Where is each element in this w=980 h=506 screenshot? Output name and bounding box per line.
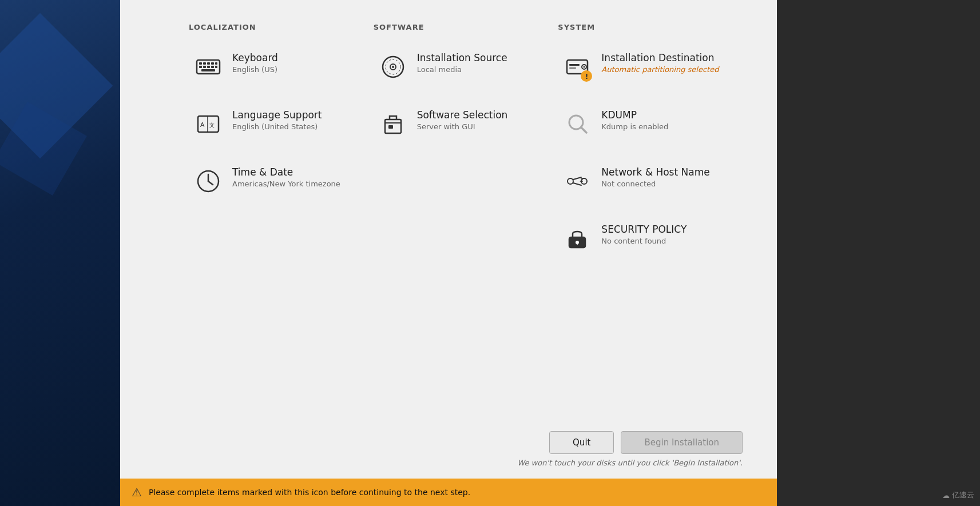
watermark-icon: ☁: [942, 491, 950, 500]
installation-source-text: Installation Source Local media: [417, 52, 507, 74]
warning-overlay: !: [581, 70, 592, 82]
svg-rect-11: [201, 69, 215, 71]
security-policy-item[interactable]: SECURITY POLICY No content found: [558, 219, 743, 258]
language-support-subtitle: English (United States): [232, 122, 322, 131]
installation-source-subtitle: Local media: [417, 65, 507, 74]
installation-source-item[interactable]: Installation Source Local media: [374, 47, 558, 86]
software-selection-item[interactable]: Software Selection Server with GUI: [374, 105, 558, 144]
time-date-text: Time & Date Americas/New York timezone: [232, 166, 340, 188]
main-content: LOCALIZATION: [120, 0, 777, 506]
bottom-hint: We won't touch your disks until you clic…: [517, 459, 743, 467]
software-header: SOFTWARE: [374, 23, 558, 31]
time-date-item[interactable]: Time & Date Americas/New York timezone: [189, 162, 374, 201]
svg-rect-9: [211, 66, 214, 68]
kdump-title: KDUMP: [601, 109, 668, 121]
network-host-text: Network & Host Name Not connected: [601, 166, 709, 188]
svg-rect-28: [569, 64, 580, 66]
svg-rect-7: [203, 66, 206, 68]
svg-point-21: [392, 66, 394, 68]
package-icon: [378, 109, 408, 139]
warning-bar: ⚠ Please complete items marked with this…: [120, 479, 777, 506]
clock-icon: [193, 166, 223, 196]
keyboard-item[interactable]: Keyboard English (US): [189, 47, 374, 86]
network-host-title: Network & Host Name: [601, 166, 709, 178]
svg-line-31: [581, 128, 587, 133]
svg-rect-10: [215, 66, 217, 68]
network-host-subtitle: Not connected: [601, 180, 709, 188]
language-support-title: Language Support: [232, 109, 322, 121]
network-host-item[interactable]: Network & Host Name Not connected: [558, 162, 743, 201]
lock-icon: [562, 224, 592, 253]
svg-point-32: [568, 178, 573, 184]
language-support-item[interactable]: A 文 Language Support English (United Sta…: [189, 105, 374, 144]
language-support-text: Language Support English (United States): [232, 109, 322, 131]
language-icon: A 文: [193, 109, 223, 139]
localization-category: LOCALIZATION: [189, 23, 374, 411]
right-bar: ☁ 亿速云: [777, 0, 980, 506]
keyboard-subtitle: English (US): [232, 65, 278, 74]
network-icon: [562, 166, 592, 196]
security-policy-text: SECURITY POLICY No content found: [601, 224, 687, 245]
svg-rect-4: [211, 62, 214, 65]
svg-text:文: 文: [209, 122, 215, 128]
svg-rect-36: [577, 242, 578, 245]
kdump-text: KDUMP Kdump is enabled: [601, 109, 668, 131]
time-date-title: Time & Date: [232, 166, 340, 178]
svg-rect-5: [215, 62, 217, 65]
svg-rect-29: [569, 67, 576, 69]
system-category: SYSTEM ! Installation D: [558, 23, 743, 411]
kdump-subtitle: Kdump is enabled: [601, 122, 668, 131]
warning-triangle-icon: ⚠: [132, 485, 142, 499]
svg-rect-8: [207, 66, 210, 68]
kdump-icon: [562, 109, 592, 139]
svg-rect-3: [207, 62, 210, 65]
keyboard-text: Keyboard English (US): [232, 52, 278, 74]
installation-destination-text: Installation Destination Automatic parti…: [601, 52, 719, 74]
keyboard-title: Keyboard: [232, 52, 278, 63]
quit-button[interactable]: Quit: [549, 431, 614, 454]
svg-rect-1: [199, 62, 202, 65]
installation-destination-title: Installation Destination: [601, 52, 719, 63]
begin-installation-button[interactable]: Begin Installation: [621, 431, 743, 454]
svg-point-27: [584, 66, 585, 68]
time-date-subtitle: Americas/New York timezone: [232, 180, 340, 188]
categories: LOCALIZATION: [189, 23, 743, 411]
system-header: SYSTEM: [558, 23, 743, 31]
installation-source-title: Installation Source: [417, 52, 507, 63]
svg-rect-6: [199, 66, 202, 68]
software-selection-title: Software Selection: [417, 109, 508, 121]
disc-icon: [378, 52, 408, 82]
security-policy-subtitle: No content found: [601, 237, 687, 245]
installation-destination-item[interactable]: ! Installation Destination Automatic par…: [558, 47, 743, 86]
bottom-area: Quit Begin Installation We won't touch y…: [120, 422, 777, 479]
svg-line-18: [208, 181, 213, 185]
svg-text:A: A: [200, 121, 205, 128]
software-category: SOFTWARE Installation Source Local med: [374, 23, 558, 411]
security-policy-title: SECURITY POLICY: [601, 224, 687, 235]
warning-text: Please complete items marked with this i…: [149, 488, 470, 497]
software-selection-subtitle: Server with GUI: [417, 122, 508, 131]
svg-rect-2: [203, 62, 206, 65]
installation-destination-subtitle: Automatic partitioning selected: [601, 65, 719, 74]
svg-rect-24: [388, 125, 393, 129]
localization-header: LOCALIZATION: [189, 23, 374, 31]
disk-icon: !: [562, 52, 592, 82]
sidebar: [0, 0, 120, 506]
button-row: Quit Begin Installation: [549, 431, 743, 454]
software-selection-text: Software Selection Server with GUI: [417, 109, 508, 131]
watermark: ☁ 亿速云: [942, 490, 974, 500]
content-area: LOCALIZATION: [120, 0, 777, 422]
keyboard-icon: [193, 52, 223, 82]
watermark-text: 亿速云: [952, 490, 974, 500]
kdump-item[interactable]: KDUMP Kdump is enabled: [558, 105, 743, 144]
